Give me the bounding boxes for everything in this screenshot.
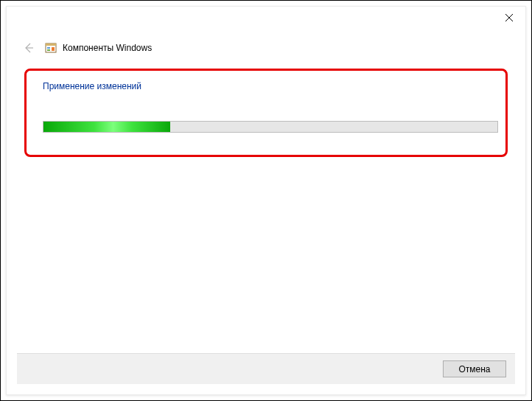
status-title: Применение изменений <box>43 81 141 91</box>
close-icon <box>505 14 513 21</box>
dialog-window: Компоненты Windows Применение изменений … <box>6 6 526 395</box>
windows-features-icon <box>45 42 57 54</box>
svg-rect-5 <box>47 47 50 49</box>
svg-rect-4 <box>46 43 56 46</box>
close-button[interactable] <box>492 7 525 29</box>
svg-rect-6 <box>47 49 50 51</box>
back-arrow-icon <box>23 42 35 54</box>
cancel-button[interactable]: Отмена <box>443 360 506 377</box>
progress-bar <box>43 121 498 133</box>
highlight-annotation: Применение изменений <box>24 69 508 157</box>
window-title: Компоненты Windows <box>63 43 152 53</box>
svg-rect-7 <box>52 47 55 51</box>
header: Компоненты Windows <box>21 41 152 55</box>
back-button[interactable] <box>21 41 36 55</box>
titlebar <box>492 7 525 29</box>
progress-fill <box>43 122 170 132</box>
footer: Отмена <box>17 353 515 384</box>
